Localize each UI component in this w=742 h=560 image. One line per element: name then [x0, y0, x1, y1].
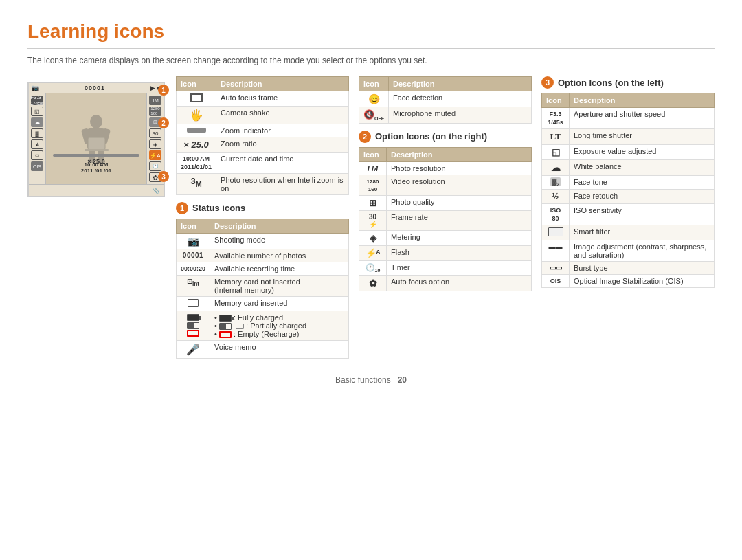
camera-preview: 📷 00001 ▶ ■ F3.31/45s ◱ ☁ ▓ ◭ ▭ OIS [27, 82, 165, 197]
table-row: 😊 Face detection [359, 91, 532, 107]
right-desc-col: Description [387, 147, 532, 161]
table-row: ◱ Exposure value adjusted [542, 144, 715, 159]
table-row: 🕐10 Timer [359, 261, 532, 276]
table-row: Zoom indicator [177, 124, 349, 137]
top-table-icon-header: Icon [177, 77, 216, 91]
svg-rect-7 [85, 149, 109, 151]
left-options-header: 3 Option Icons (on the left) [541, 76, 715, 89]
left-icon-col: Icon [542, 93, 570, 108]
left-badge-num: 3 [541, 76, 554, 89]
table-row: × 25.0 Zoom ratio [177, 137, 349, 153]
table-row: ✿ Auto focus option [359, 276, 532, 291]
table-row: 10:00 AM2011/01/01 Current date and time [177, 153, 349, 174]
table-row: OIS Optical Image Stabilization (OIS) [542, 274, 715, 287]
left-desc-col: Description [570, 93, 715, 108]
right-icon-col: Icon [359, 147, 387, 161]
top-table-desc-header: Description [216, 77, 349, 91]
table-row: ▬▬ Image adjustment (contrast, sharpness… [542, 240, 715, 261]
table-row: ▓2 Face tone [542, 175, 715, 189]
table-row: ▭▭ Burst type [542, 261, 715, 274]
right-options-label: Option Icons (on the right) [375, 131, 487, 142]
status-label: Status icons [192, 203, 245, 213]
table-row: ⊡int Memory card not inserted(Internal m… [177, 275, 349, 296]
mic-muted-desc: Microphone muted [389, 107, 532, 124]
svg-point-0 [90, 115, 102, 128]
table-row: I M Photo resolution [359, 161, 532, 175]
status-desc-col: Description [210, 219, 349, 233]
table-row: Memory card inserted [177, 296, 349, 311]
table-row: Auto focus frame [177, 91, 349, 107]
table-row: 1280160 Video resolution [359, 175, 532, 196]
table-row: 3M Photo resolution when Intelli zoom is… [177, 173, 349, 194]
subtitle-text: The icons the camera displays on the scr… [27, 56, 715, 65]
table-row: ☁ White balance [542, 159, 715, 175]
left-options-section: 3 Option Icons (on the left) Icon Descri… [541, 76, 715, 359]
footer-page: 20 [398, 375, 407, 385]
badge-2: 2 [158, 117, 169, 128]
left-options-label: Option Icons (on the left) [558, 78, 664, 88]
table-row: : Fully charged : Partially charged : Em… [177, 311, 349, 340]
top-right-icon-header: Icon [359, 77, 389, 91]
right-options-section: Icon Description 😊 Face detection 🔇OFF M… [359, 76, 532, 359]
badge-1: 1 [158, 85, 169, 96]
badge-3: 3 [158, 171, 169, 182]
table-row: ⚡A Flash [359, 246, 532, 261]
table-row: ISO80 ISO sensitivity [542, 203, 715, 225]
svg-rect-6 [88, 137, 105, 150]
table-row: LT Long time shutter [542, 128, 715, 144]
status-badge-num: 1 [176, 202, 188, 214]
right-options-header: 2 Option Icons (on the right) [359, 131, 532, 143]
table-row: ◈ Metering [359, 231, 532, 246]
top-right-desc-header: Description [389, 77, 532, 91]
status-section-header: 1 Status icons [176, 202, 349, 214]
right-badge-num: 2 [359, 131, 371, 143]
table-row: 🎤 Voice memo [177, 341, 349, 359]
table-row: F3.31/45s Aperture and shutter speed [542, 108, 715, 129]
table-row: 🖐 Camera shake [177, 107, 349, 124]
table-row: ½ Face retouch [542, 189, 715, 203]
table-row: 00001 Available number of photos [177, 249, 349, 262]
table-row: Smart filter [542, 225, 715, 240]
table-row: 📷 Shooting mode [177, 233, 349, 249]
table-row: 🔇OFF Microphone muted [359, 107, 532, 124]
table-row: ⊞ Photo quality [359, 196, 532, 211]
page-title: Learning icons [27, 21, 715, 49]
status-icon-col: Icon [177, 219, 210, 233]
footer-label: Basic functions [335, 375, 391, 385]
status-section: Icon Description Auto focus frame 🖐 Came… [176, 76, 349, 359]
table-row: 00:00:20 Available recording time [177, 262, 349, 275]
page-footer: Basic functions 20 [27, 375, 715, 385]
table-row: 30⚡ Frame rate [359, 211, 532, 231]
